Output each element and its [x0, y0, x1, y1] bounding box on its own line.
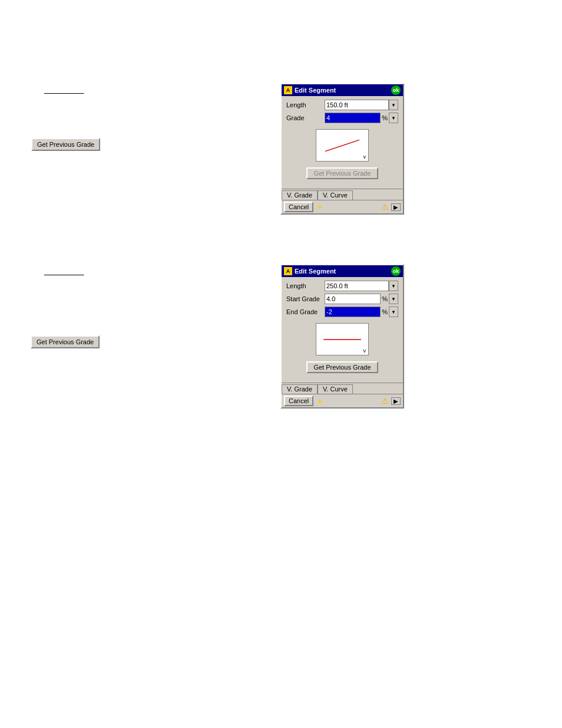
dialog1-title: Edit Segment	[295, 87, 336, 94]
dialog2-bottom-bar: Cancel ★ ⚠ ▶	[282, 394, 403, 407]
dialog2-warning-icon: ⚠	[381, 396, 389, 406]
dialog1-cancel-btn[interactable]: Cancel	[284, 202, 313, 212]
dialog1-tabs: V. Grade V. Curve	[282, 189, 403, 200]
dialog1-icon: A	[284, 86, 292, 94]
dialog2-start-grade-row: Start Grade % ▼	[286, 294, 398, 304]
dialog2-title: Edit Segment	[295, 268, 336, 275]
dialog1-body: Length ▼ Grade % ▼ v	[282, 96, 403, 185]
dialog2-end-grade-label: End Grade	[286, 308, 325, 315]
dialog1-length-label: Length	[286, 101, 325, 108]
dialog1-bottom-bar: Cancel ★ ⚠ ▶	[282, 200, 403, 213]
dialog2-title-left: A Edit Segment	[284, 267, 336, 275]
dialog1-tab-vgrade[interactable]: V. Grade	[282, 190, 318, 200]
dialog2-preview-area: v	[316, 323, 369, 355]
dialog2-start-grade-input-wrap: % ▼	[325, 294, 398, 304]
dialog1-titlebar: A Edit Segment ok	[282, 84, 403, 96]
dialog1-preview-area: v	[316, 129, 369, 162]
dialog2-tabs: V. Grade V. Curve	[282, 383, 403, 394]
get-previous-grade-button-left-1[interactable]: Get Previous Grade	[31, 138, 100, 151]
dialog1-grade-label: Grade	[286, 114, 325, 121]
dialog2-titlebar: A Edit Segment ok	[282, 265, 403, 277]
dialog2-end-grade-input-wrap: % ▼	[325, 307, 398, 317]
left-underline-label-1: ___________	[44, 87, 84, 94]
dialog2-end-grade-dropdown[interactable]: ▼	[389, 307, 398, 317]
dialog2-preview-wrapper: v Get Previous Grade	[286, 319, 398, 375]
dialog1-length-input[interactable]	[325, 100, 389, 110]
dialog1-percent: %	[382, 114, 388, 121]
dialog2-end-percent: %	[382, 308, 388, 315]
dialog1-grade-input[interactable]	[325, 113, 381, 123]
dialog2-start-grade-dropdown[interactable]: ▼	[389, 294, 398, 304]
dialog1-expand-btn[interactable]: ▶	[391, 203, 401, 211]
edit-segment-dialog-2: A Edit Segment ok Length ▼ Start Grade %…	[280, 264, 404, 409]
dialog1-get-prev-grade-btn[interactable]: Get Previous Grade	[306, 167, 378, 179]
dialog2-length-label: Length	[286, 282, 325, 289]
dialog2-tab-vgrade[interactable]: V. Grade	[282, 384, 318, 394]
dialog1-star-icon: ★	[317, 203, 323, 211]
dialog2-length-dropdown[interactable]: ▼	[389, 281, 398, 291]
dialog2-cancel-btn[interactable]: Cancel	[284, 396, 313, 406]
dialog1-warning-icon: ⚠	[381, 202, 389, 212]
dialog2-start-percent: %	[382, 295, 388, 302]
dialog2-body: Length ▼ Start Grade % ▼ End Grade % ▼	[282, 277, 403, 379]
dialog2-preview-svg	[316, 324, 368, 355]
get-previous-grade-button-left-2[interactable]: Get Previous Grade	[31, 335, 100, 348]
left-underline-label-2: ___________	[44, 268, 84, 275]
dialog2-icon: A	[284, 267, 292, 275]
dialog2-tab-vcurve[interactable]: V. Curve	[318, 384, 353, 394]
edit-segment-dialog-1: A Edit Segment ok Length ▼ Grade % ▼	[280, 83, 404, 215]
dialog2-start-grade-input[interactable]	[325, 294, 381, 304]
dialog1-ok-badge[interactable]: ok	[391, 85, 401, 95]
dialog2-length-input[interactable]	[325, 281, 389, 291]
dialog1-length-row: Length ▼	[286, 100, 398, 110]
dialog1-grade-row: Grade % ▼	[286, 113, 398, 123]
dialog2-preview-label: v	[363, 348, 366, 354]
dialog1-length-input-wrap: ▼	[325, 100, 398, 110]
dialog2-length-row: Length ▼	[286, 281, 398, 291]
dialog1-preview-label: v	[363, 154, 366, 160]
dialog2-start-grade-label: Start Grade	[286, 295, 325, 302]
dialog2-end-grade-input[interactable]	[325, 307, 381, 317]
dialog1-tab-vcurve[interactable]: V. Curve	[318, 190, 353, 200]
dialog1-preview-wrapper: v Get Previous Grade	[286, 126, 398, 182]
dialog1-preview-svg	[316, 130, 368, 161]
dialog2-ok-badge[interactable]: ok	[391, 266, 401, 276]
dialog2-length-input-wrap: ▼	[325, 281, 398, 291]
svg-line-0	[325, 140, 359, 151]
dialog2-get-prev-grade-btn[interactable]: Get Previous Grade	[306, 361, 378, 373]
dialog1-grade-dropdown[interactable]: ▼	[389, 113, 398, 123]
dialog1-title-left: A Edit Segment	[284, 86, 336, 94]
dialog1-length-dropdown[interactable]: ▼	[389, 100, 398, 110]
dialog2-star-icon: ★	[317, 397, 323, 405]
dialog2-expand-btn[interactable]: ▶	[391, 397, 401, 405]
dialog1-grade-input-wrap: % ▼	[325, 113, 398, 123]
dialog2-end-grade-row: End Grade % ▼	[286, 307, 398, 317]
